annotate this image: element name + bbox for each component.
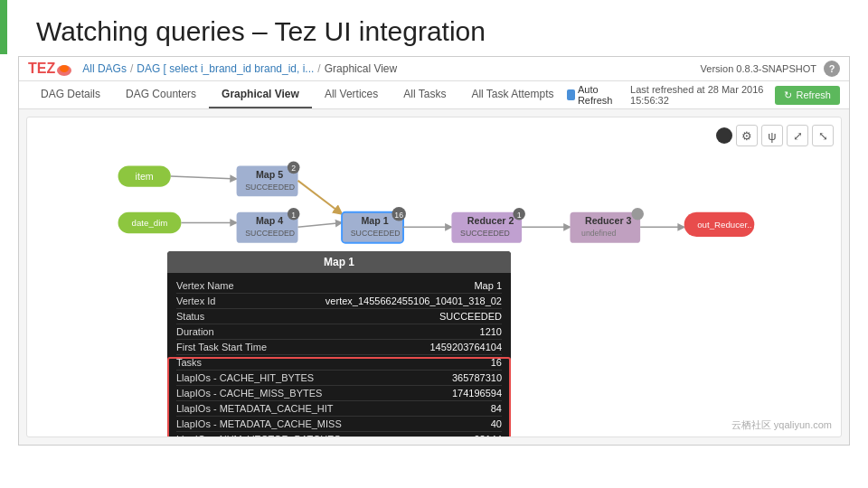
tooltip-value-first-task-start: 1459203764104 <box>429 342 502 352</box>
tab-graphical-view[interactable]: Graphical View <box>209 81 312 108</box>
version-text: Version 0.8.3-SNAPSHOT <box>701 63 816 74</box>
node-map5-label: Map 5 <box>256 169 283 180</box>
tez-logo: TEZ <box>28 61 73 77</box>
tooltip-row-cache-miss: LlapIOs - CACHE_MISS_BYTES 174196594 <box>176 386 502 401</box>
node-map5-status: SUCCEEDED <box>245 183 295 192</box>
tez-logo-icon <box>55 61 73 76</box>
auto-refresh-label: Auto Refresh <box>578 84 623 106</box>
tooltip-label-first-task-start: First Task Start Time <box>176 342 267 352</box>
node-map5-badge-label: 2 <box>291 164 296 173</box>
node-map1-status: SUCCEEDED <box>351 229 401 238</box>
tooltip-row-cache-hit: LlapIOs - CACHE_HIT_BYTES 365787310 <box>176 371 502 386</box>
top-nav: TEZ All DAGs / DAG [ select i_brand_id b… <box>19 57 849 81</box>
tooltip-row-first-task-start: First Task Start Time 1459203764104 <box>176 340 502 355</box>
watermark-text: 云栖社区 yqaliyun.com <box>731 418 832 432</box>
edge-map4-map1 <box>298 222 343 227</box>
tab-all-vertices[interactable]: All Vertices <box>312 81 391 108</box>
tooltip-row-tasks: Tasks 16 <box>176 355 502 371</box>
watermark: 云栖社区 yqaliyun.com <box>731 418 832 432</box>
node-reducer3-label: Reducer 3 <box>585 215 632 226</box>
tez-logo-text: TEZ <box>28 61 55 77</box>
tooltip-value-meta-hit: 84 <box>491 403 502 414</box>
tab-dag-details[interactable]: DAG Details <box>28 81 113 108</box>
tooltip-value-cache-hit: 365787310 <box>452 372 502 383</box>
tab-dag-counters[interactable]: DAG Counters <box>113 81 209 108</box>
tooltip-row-duration: Duration 1210 <box>176 324 502 340</box>
tooltip-row-vertex-id: Vertex Id vertex_1455662455106_10401_318… <box>176 294 502 309</box>
node-map4-label: Map 4 <box>256 215 283 226</box>
tooltip-row-status: Status SUCCEEDED <box>176 309 502 324</box>
slide-title: Watching queries – Tez UI integration <box>36 16 486 47</box>
tooltip-body: Vertex Name Map 1 Vertex Id vertex_14556… <box>167 273 511 437</box>
tab-all-tasks[interactable]: All Tasks <box>391 81 458 108</box>
node-map4-badge-label: 1 <box>291 211 296 220</box>
tooltip-value-duration: 1210 <box>480 326 502 337</box>
node-reducer3-badge <box>631 208 644 221</box>
refresh-icon: ↻ <box>784 89 792 101</box>
tooltip-label-vertex-id: Vertex Id <box>176 296 215 306</box>
breadcrumb-dag-name[interactable]: DAG [ select i_brand_id brand_id, i... <box>137 62 314 75</box>
tooltip-value-vec-batches: 93144 <box>474 434 502 437</box>
node-map1-label: Map 1 <box>361 215 388 226</box>
tooltip-label-duration: Duration <box>176 326 214 337</box>
tooltip-header: Map 1 <box>167 251 511 273</box>
breadcrumb-all-dags[interactable]: All DAGs <box>82 62 127 75</box>
dag-area: ⚙ ψ ⤢ ⤡ item Map 5 SUCCEEDED 2 <box>27 117 841 436</box>
node-item-label: item <box>136 171 154 182</box>
slide-header: Watching queries – Tez UI integration <box>0 0 868 56</box>
node-date-dim-label: date_dim <box>132 218 168 228</box>
node-reducer2-label: Reducer 2 <box>467 215 514 226</box>
node-map4-status: SUCCEEDED <box>245 229 295 238</box>
tooltip-row-vertex-name: Vertex Name Map 1 <box>176 278 502 294</box>
tooltip-label-cache-hit: LlapIOs - CACHE_HIT_BYTES <box>176 372 314 383</box>
refresh-button[interactable]: ↻ Refresh <box>775 86 840 105</box>
breadcrumb: All DAGs / DAG [ select i_brand_id brand… <box>82 62 397 75</box>
tooltip-value-status: SUCCEEDED <box>439 311 502 322</box>
refresh-area: Auto Refresh Last refreshed at 28 Mar 20… <box>567 84 840 106</box>
tooltip-row-vec-batches: LlapIOs - NUM_VECTOR_BATCHES 93144 <box>176 432 502 437</box>
breadcrumb-current: Graphical View <box>325 62 397 75</box>
tooltip-label-meta-hit: LlapIOs - METADATA_CACHE_HIT <box>176 403 334 414</box>
tab-bar: DAG Details DAG Counters Graphical View … <box>19 81 849 109</box>
auto-refresh-toggle[interactable]: Auto Refresh <box>567 84 623 106</box>
tooltip-label-tasks: Tasks <box>176 357 202 368</box>
tooltip-label-vec-batches: LlapIOs - NUM_VECTOR_BATCHES <box>176 434 341 437</box>
main-content: ⚙ ψ ⤢ ⤡ item Map 5 SUCCEEDED 2 <box>26 117 842 437</box>
edge-map5-map1 <box>298 181 343 214</box>
tooltip-row-meta-hit: LlapIOs - METADATA_CACHE_HIT 84 <box>176 401 502 417</box>
node-out-label: out_Reducer.. <box>697 220 751 230</box>
app-frame: TEZ All DAGs / DAG [ select i_brand_id b… <box>18 56 850 446</box>
node-reducer2-badge-label: 1 <box>517 211 522 220</box>
tooltip-value-vertex-name: Map 1 <box>474 280 502 291</box>
version-info: Version 0.8.3-SNAPSHOT ? <box>701 61 840 77</box>
tooltip-popup: Map 1 Vertex Name Map 1 Vertex Id vertex… <box>167 251 511 437</box>
tab-all-task-attempts[interactable]: All Task Attempts <box>458 81 566 108</box>
node-reducer3-status: undefined <box>581 229 616 238</box>
tooltip-label-status: Status <box>176 311 204 322</box>
tooltip-label-vertex-name: Vertex Name <box>176 280 234 291</box>
svg-point-1 <box>60 65 69 72</box>
tooltip-value-tasks: 16 <box>491 357 502 368</box>
checkbox-icon <box>567 89 575 100</box>
tooltip-label-cache-miss: LlapIOs - CACHE_MISS_BYTES <box>176 388 322 399</box>
tooltip-value-cache-miss: 174196594 <box>452 388 502 399</box>
node-reducer2-status: SUCCEEDED <box>460 229 510 238</box>
node-map1-badge-label: 16 <box>394 211 403 220</box>
green-accent-bar <box>0 0 7 54</box>
tooltip-value-vertex-id: vertex_1455662455106_10401_318_02 <box>326 296 502 306</box>
help-button[interactable]: ? <box>824 61 840 77</box>
edge-item-map5 <box>171 176 237 179</box>
tooltip-row-meta-miss: LlapIOs - METADATA_CACHE_MISS 40 <box>176 417 502 432</box>
tooltip-label-meta-miss: LlapIOs - METADATA_CACHE_MISS <box>176 418 342 429</box>
tooltip-value-meta-miss: 40 <box>491 418 502 429</box>
last-refreshed-time: Last refreshed at 28 Mar 2016 15:56:32 <box>630 84 768 106</box>
refresh-label: Refresh <box>796 89 831 100</box>
